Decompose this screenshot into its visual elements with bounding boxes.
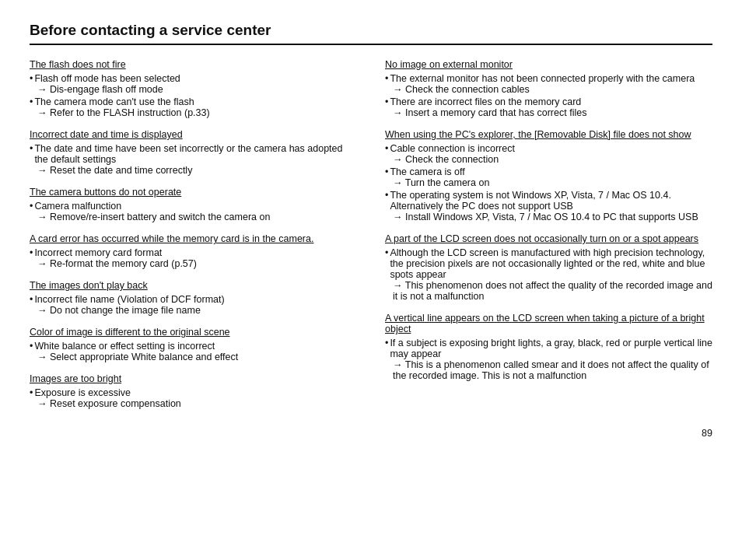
bullet-item: •Flash off mode has been selected	[30, 73, 357, 84]
bullet-icon: •	[30, 143, 33, 154]
section-title: A vertical line appears on the LCD scree…	[385, 313, 712, 334]
section-title: The flash does not fire	[30, 59, 357, 70]
section-title: No image on external monitor	[385, 59, 712, 70]
arrow-item: → Refer to the FLASH instruction (p.33)	[30, 107, 357, 118]
bullet-icon: •	[385, 247, 388, 258]
page-title: Before contacting a service center	[30, 22, 712, 45]
section-title: The camera buttons do not operate	[30, 187, 357, 198]
section-color: Color of image is different to the origi…	[30, 327, 357, 362]
bullet-icon: •	[385, 143, 388, 154]
bullet-item: •Incorrect file name (Violation of DCF f…	[30, 294, 357, 305]
left-column: The flash does not fire•Flash off mode h…	[30, 59, 357, 420]
arrow-item: → Do not change the image file name	[30, 305, 357, 316]
section-removable: When using the PC's explorer, the [Remov…	[385, 129, 712, 222]
bullet-text: Flash off mode has been selected	[34, 73, 180, 84]
arrow-item: → This phenomenon does not affect the qu…	[385, 280, 712, 302]
section-lcd-spot: A part of the LCD screen does not occasi…	[385, 233, 712, 302]
bullet-text: There are incorrect files on the memory …	[390, 96, 581, 107]
bullet-icon: •	[385, 96, 388, 107]
arrow-item: → Re-format the memory card (p.57)	[30, 258, 357, 269]
bullet-item: •White balance or effect setting is inco…	[30, 341, 357, 352]
bullet-item: •The date and time have been set incorre…	[30, 143, 357, 165]
section-buttons: The camera buttons do not operate•Camera…	[30, 187, 357, 222]
bullet-icon: •	[30, 387, 33, 398]
arrow-item: → Turn the camera on	[385, 177, 712, 188]
section-title: Incorrect date and time is displayed	[30, 129, 357, 140]
bullet-text: The external monitor has not been connec…	[390, 73, 695, 84]
section-title: Images are too bright	[30, 373, 357, 384]
bullet-text: The camera is off	[390, 166, 464, 177]
bullet-text: Camera malfunction	[34, 201, 121, 212]
bullet-text: Cable connection is incorrect	[390, 143, 515, 154]
arrow-item: → Reset the date and time correctly	[30, 165, 357, 176]
arrow-item: → Remove/re-insert battery and switch th…	[30, 212, 357, 222]
bullet-icon: •	[30, 201, 33, 212]
page-number: 89	[30, 428, 712, 439]
section-title: The images don't play back	[30, 280, 357, 291]
bullet-text: The operating system is not Windows XP, …	[390, 190, 712, 212]
bullet-item: •Exposure is excessive	[30, 387, 357, 398]
section-vertical-line: A vertical line appears on the LCD scree…	[385, 313, 712, 381]
section-title: When using the PC's explorer, the [Remov…	[385, 129, 712, 140]
bullet-item: •Although the LCD screen is manufactured…	[385, 247, 712, 280]
bullet-text: Exposure is excessive	[34, 387, 131, 398]
arrow-item: → Check the connection	[385, 154, 712, 165]
bullet-item: •The operating system is not Windows XP,…	[385, 190, 712, 212]
bullet-icon: •	[30, 247, 33, 258]
section-playback: The images don't play back•Incorrect fil…	[30, 280, 357, 316]
arrow-item: → Reset exposure compensation	[30, 398, 357, 409]
bullet-item: •Incorrect memory card format	[30, 247, 357, 258]
bullet-item: •The camera mode can't use the flash	[30, 96, 357, 107]
bullet-text: Incorrect memory card format	[34, 247, 162, 258]
section-no-image: No image on external monitor•The externa…	[385, 59, 712, 118]
bullet-icon: •	[30, 73, 33, 84]
bullet-text: If a subject is exposing bright lights, …	[390, 338, 712, 359]
arrow-item: → This is a phenomenon called smear and …	[385, 359, 712, 381]
arrow-item: → Install Windows XP, Vista, 7 / Mac OS …	[385, 212, 712, 222]
bullet-text: Incorrect file name (Violation of DCF fo…	[34, 294, 224, 305]
bullet-icon: •	[385, 190, 388, 201]
bullet-item: •The external monitor has not been conne…	[385, 73, 712, 84]
bullet-item: •Cable connection is incorrect	[385, 143, 712, 154]
section-flash: The flash does not fire•Flash off mode h…	[30, 59, 357, 118]
arrow-item: → Insert a memory card that has correct …	[385, 107, 712, 118]
arrow-item: → Select appropriate White balance and e…	[30, 352, 357, 362]
bullet-icon: •	[385, 166, 388, 177]
bullet-text: The camera mode can't use the flash	[34, 96, 194, 107]
bullet-item: •If a subject is exposing bright lights,…	[385, 338, 712, 359]
arrow-item: → Dis-engage flash off mode	[30, 84, 357, 95]
section-bright: Images are too bright•Exposure is excess…	[30, 373, 357, 409]
bullet-icon: •	[30, 341, 33, 352]
section-date: Incorrect date and time is displayed•The…	[30, 129, 357, 176]
bullet-text: Although the LCD screen is manufactured …	[390, 247, 712, 280]
bullet-text: The date and time have been set incorrec…	[34, 143, 357, 165]
bullet-item: •There are incorrect files on the memory…	[385, 96, 712, 107]
bullet-text: White balance or effect setting is incor…	[34, 341, 215, 352]
bullet-item: •Camera malfunction	[30, 201, 357, 212]
right-column: No image on external monitor•The externa…	[385, 59, 712, 420]
bullet-icon: •	[30, 96, 33, 107]
section-card-error: A card error has occurred while the memo…	[30, 233, 357, 269]
section-title: A part of the LCD screen does not occasi…	[385, 233, 712, 244]
bullet-icon: •	[385, 338, 388, 348]
arrow-item: → Check the connection cables	[385, 84, 712, 95]
bullet-icon: •	[385, 73, 388, 84]
section-title: A card error has occurred while the memo…	[30, 233, 357, 244]
bullet-icon: •	[30, 294, 33, 305]
section-title: Color of image is different to the origi…	[30, 327, 357, 338]
content-columns: The flash does not fire•Flash off mode h…	[30, 59, 712, 420]
bullet-item: •The camera is off	[385, 166, 712, 177]
